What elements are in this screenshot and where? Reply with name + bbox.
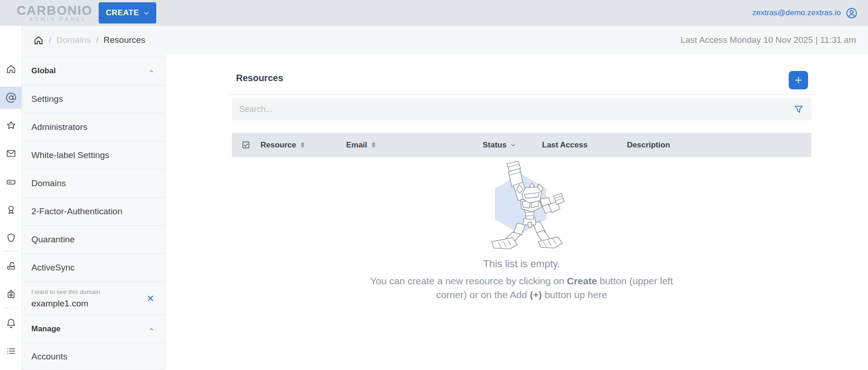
domain-filter: I want to see this domain example1.com <box>22 282 165 315</box>
rail-lock-icon[interactable] <box>0 283 22 305</box>
domain-filter-texts: I want to see this domain example1.com <box>31 288 100 309</box>
breadcrumb-separator: / <box>96 35 98 45</box>
domain-filter-value: example1.com <box>31 299 100 309</box>
empty-state-title: This list is empty. <box>227 258 816 270</box>
empty-state-robot-illustration <box>478 159 566 254</box>
sidebar-item-2-factor-authentication[interactable]: 2-Factor-Authentication <box>22 198 165 226</box>
create-button-label: CREATE <box>106 8 139 18</box>
select-all-checkbox[interactable] <box>241 133 251 157</box>
chevron-up-icon <box>148 326 155 333</box>
carbonio-admin-panel: CARBONIO ADMIN PANEL CREATE zextras@demo… <box>0 0 868 370</box>
account-area: zextras@demo.zextras.io <box>752 7 858 19</box>
sidebar-item-domains[interactable]: Domains <box>22 170 165 198</box>
main-content: Resources Resource <box>165 54 868 370</box>
top-header: CARBONIO ADMIN PANEL CREATE zextras@demo… <box>0 0 868 26</box>
empty-state-message: You can create a new resource by clickin… <box>358 274 686 302</box>
breadcrumb-item-resources: Resources <box>104 35 146 45</box>
rail-shield-icon[interactable] <box>0 227 22 249</box>
close-icon[interactable] <box>146 294 155 303</box>
divider <box>227 94 816 95</box>
breadcrumb-bar: / Domains / Resources Last Access Monday… <box>22 26 868 54</box>
breadcrumb-separator: / <box>49 35 51 45</box>
sidebar: Global Settings Administrators White-lab… <box>22 54 165 370</box>
account-avatar-icon[interactable] <box>845 7 858 19</box>
rail-home-icon[interactable] <box>0 58 22 80</box>
filter-funnel-icon[interactable] <box>793 104 804 115</box>
search-input[interactable] <box>232 98 793 120</box>
chevron-down-icon <box>510 142 516 148</box>
column-header-last-access: Last Access <box>542 133 588 157</box>
column-header-email[interactable]: Email <box>346 133 377 157</box>
rail-bell-icon[interactable] <box>0 312 22 334</box>
account-email[interactable]: zextras@demo.zextras.io <box>752 8 841 18</box>
rail-star-badge-icon[interactable] <box>0 115 22 137</box>
sidebar-item-accounts[interactable]: Accounts <box>22 343 165 370</box>
logo-title: CARBONIO <box>17 5 87 17</box>
rail-envelope-icon[interactable] <box>0 142 22 164</box>
domain-filter-label: I want to see this domain <box>31 288 100 295</box>
rail-divider <box>4 308 18 308</box>
column-header-status[interactable]: Status <box>483 133 516 157</box>
column-header-resource[interactable]: Resource <box>260 133 306 157</box>
sidebar-item-activesync[interactable]: ActiveSync <box>22 254 165 282</box>
search-bar <box>232 98 811 120</box>
column-header-description: Description <box>627 133 670 157</box>
rail-hard-drive-icon[interactable] <box>0 171 22 193</box>
rail-list-icon[interactable] <box>0 340 22 362</box>
sort-double-arrow-icon <box>370 141 377 149</box>
plus-icon <box>793 75 803 85</box>
add-resource-button[interactable] <box>789 71 808 89</box>
breadcrumb-home-icon[interactable] <box>33 35 44 46</box>
section-label: Manage <box>31 324 60 334</box>
page-title: Resources <box>236 73 283 83</box>
sidebar-item-settings[interactable]: Settings <box>22 85 165 113</box>
create-button[interactable]: CREATE <box>99 2 156 23</box>
last-access-text: Last Access Monday 10 Nov 2025 | 11:31 a… <box>680 35 856 45</box>
table-header: Resource Email Status <box>232 133 811 157</box>
section-label: Global <box>31 66 56 76</box>
icon-rail <box>0 26 22 370</box>
sidebar-section-global[interactable]: Global <box>22 57 165 85</box>
sidebar-item-administrators[interactable]: Administrators <box>22 113 165 141</box>
rail-restore-drive-icon[interactable] <box>0 255 22 277</box>
sort-double-arrow-icon <box>299 141 306 149</box>
sidebar-section-manage[interactable]: Manage <box>22 315 165 343</box>
breadcrumb-item-domains[interactable]: Domains <box>56 35 91 45</box>
carbonio-logo: CARBONIO ADMIN PANEL <box>17 5 87 22</box>
rail-at-sign-icon[interactable] <box>0 87 22 109</box>
sidebar-item-quarantine[interactable]: Quarantine <box>22 226 165 254</box>
sidebar-item-white-label-settings[interactable]: White-label Settings <box>22 141 165 170</box>
chevron-down-icon <box>143 10 149 16</box>
rail-award-icon[interactable] <box>0 199 22 221</box>
chevron-up-icon <box>148 68 155 75</box>
rail-divider <box>4 251 18 252</box>
